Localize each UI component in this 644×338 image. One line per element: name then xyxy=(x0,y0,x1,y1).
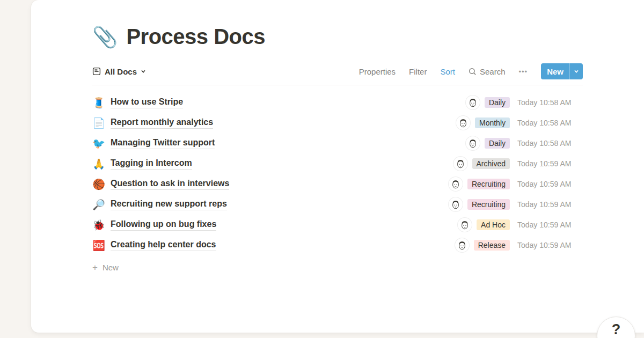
edited-time: Today 10:58 AM xyxy=(517,98,583,107)
add-new-label: New xyxy=(103,263,119,272)
status-tag[interactable]: Archived xyxy=(472,158,510,169)
chevron-down-icon xyxy=(141,69,146,74)
doc-emoji-icon: 🏀 xyxy=(92,179,105,189)
status-tag[interactable]: Daily xyxy=(485,138,510,149)
doc-title-link[interactable]: Following up on bug fixes xyxy=(111,219,216,231)
new-button-dropdown[interactable] xyxy=(569,63,583,79)
page-header: 📎 Process Docs xyxy=(92,25,583,49)
filter-button[interactable]: Filter xyxy=(409,67,427,76)
help-button[interactable]: ? xyxy=(597,317,635,338)
doc-emoji-icon: 📄 xyxy=(92,118,105,128)
doc-title-link[interactable]: How to use Stripe xyxy=(111,97,183,108)
person-avatar[interactable] xyxy=(449,177,463,191)
table-row[interactable]: 🐦 Managing Twitter support Daily Today 1… xyxy=(92,133,583,153)
edited-time: Today 10:59 AM xyxy=(517,159,583,168)
person-avatar[interactable] xyxy=(453,157,467,171)
edited-time: Today 10:59 AM xyxy=(517,200,583,209)
search-icon xyxy=(469,68,477,76)
edited-time: Today 10:59 AM xyxy=(517,180,583,188)
add-new-row[interactable]: + New xyxy=(92,259,583,276)
edited-time: Today 10:58 AM xyxy=(517,139,583,148)
status-tag[interactable]: Recruiting xyxy=(467,199,510,210)
status-tag[interactable]: Release xyxy=(474,240,510,251)
doc-emoji-icon: 🆘 xyxy=(92,240,105,251)
list-view-icon xyxy=(92,67,101,76)
sort-button[interactable]: Sort xyxy=(440,67,455,76)
more-options-icon[interactable]: ••• xyxy=(519,68,528,76)
edited-time: Today 10:59 AM xyxy=(517,221,583,229)
table-row[interactable]: 🆘 Creating help center docs Release Toda… xyxy=(92,235,583,255)
status-tag[interactable]: Daily xyxy=(485,97,510,108)
person-avatar[interactable] xyxy=(456,116,470,130)
person-avatar[interactable] xyxy=(455,238,469,252)
status-tag[interactable]: Monthly xyxy=(475,117,510,128)
status-tag[interactable]: Recruiting xyxy=(467,179,510,189)
table-row[interactable]: 🙏 Tagging in Intercom Archived Today 10:… xyxy=(92,153,583,174)
plus-icon: + xyxy=(92,263,98,272)
table-row[interactable]: 🔎 Recruiting new support reps Recruiting… xyxy=(92,194,583,215)
doc-emoji-icon: 🔎 xyxy=(92,200,105,210)
doc-title-link[interactable]: Creating help center docs xyxy=(111,240,216,251)
table-row[interactable]: 🧵 How to use Stripe Daily Today 10:58 AM xyxy=(92,92,583,113)
table-body: 🧵 How to use Stripe Daily Today 10:58 AM… xyxy=(92,92,583,255)
doc-title-link[interactable]: Managing Twitter support xyxy=(111,138,215,149)
doc-title-link[interactable]: Report monthly analytics xyxy=(111,117,213,129)
new-button[interactable]: New xyxy=(541,63,569,79)
page-title[interactable]: Process Docs xyxy=(126,25,265,49)
table-row[interactable]: 🏀 Question to ask in interviews Recruiti… xyxy=(92,174,583,194)
doc-title-link[interactable]: Question to ask in interviews xyxy=(111,179,229,190)
view-switcher[interactable]: All Docs xyxy=(92,67,146,76)
new-button-group: New xyxy=(541,63,583,79)
search-label: Search xyxy=(480,67,506,76)
table-row[interactable]: 🐞 Following up on bug fixes Ad Hoc Today… xyxy=(92,215,583,235)
doc-emoji-icon: 🐞 xyxy=(92,220,105,230)
doc-emoji-icon: 🐦 xyxy=(92,138,105,149)
search-button[interactable]: Search xyxy=(469,67,506,76)
table-row[interactable]: 📄 Report monthly analytics Monthly Today… xyxy=(92,113,583,133)
status-tag[interactable]: Ad Hoc xyxy=(477,219,510,230)
page-card: 📎 Process Docs All Docs Properties xyxy=(31,0,644,333)
doc-emoji-icon: 🧵 xyxy=(92,98,105,108)
doc-title-link[interactable]: Tagging in Intercom xyxy=(111,158,192,170)
person-avatar[interactable] xyxy=(449,197,463,211)
person-avatar[interactable] xyxy=(458,218,472,232)
doc-emoji-icon: 🙏 xyxy=(92,159,105,169)
person-avatar[interactable] xyxy=(466,95,480,109)
edited-time: Today 10:59 AM xyxy=(517,241,583,249)
doc-title-link[interactable]: Recruiting new support reps xyxy=(111,199,227,210)
properties-button[interactable]: Properties xyxy=(359,67,396,76)
view-toolbar: All Docs Properties Filter Sort Sea xyxy=(92,63,583,80)
paperclip-icon[interactable]: 📎 xyxy=(92,27,118,47)
view-label: All Docs xyxy=(105,67,137,76)
person-avatar[interactable] xyxy=(466,136,480,150)
toolbar-divider xyxy=(92,85,583,85)
edited-time: Today 10:58 AM xyxy=(517,119,583,127)
